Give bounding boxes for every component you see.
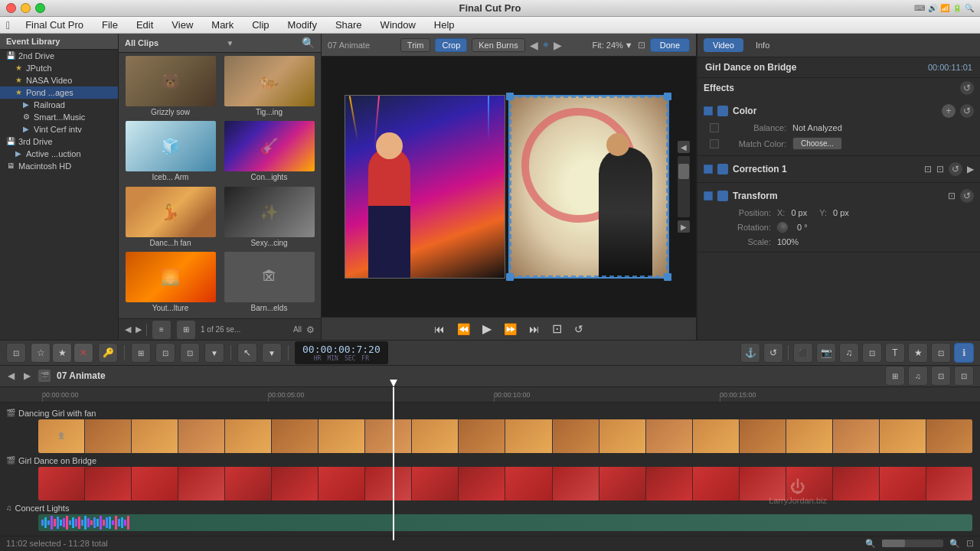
- correction1-play-btn[interactable]: ▶: [967, 164, 974, 174]
- timeline-back-btn[interactable]: ◀: [6, 369, 16, 383]
- maximize-button[interactable]: [35, 3, 45, 13]
- settings-icon[interactable]: ⚙: [306, 324, 315, 335]
- menu-help[interactable]: Help: [431, 19, 458, 31]
- connect-btn[interactable]: ⚓: [740, 343, 760, 363]
- inspector-tab-info[interactable]: Info: [746, 38, 779, 52]
- menu-view[interactable]: View: [168, 19, 196, 31]
- transform-reset-btn[interactable]: ↺: [960, 189, 974, 203]
- zoom-slider-track[interactable]: [882, 540, 943, 547]
- menu-mark[interactable]: Mark: [208, 19, 237, 31]
- zoom-slider-thumb[interactable]: [882, 540, 905, 547]
- library-item-vint[interactable]: ▶ Vint Cerf intv: [0, 123, 118, 135]
- transform-header[interactable]: Transform ⊡ ↺: [697, 186, 980, 206]
- preview-side-btn-1[interactable]: ◀: [678, 141, 690, 153]
- play-btn[interactable]: ▶: [136, 324, 142, 334]
- step-fwd-btn[interactable]: ⏩: [501, 321, 520, 337]
- fit-selector[interactable]: Fit: 24% ▼: [592, 41, 632, 50]
- correction1-icon2[interactable]: ⊡: [936, 164, 944, 174]
- library-item-smartmusic[interactable]: ⚙ Smart...Music: [0, 111, 118, 123]
- skip-back-btn[interactable]: ⏮: [431, 321, 448, 337]
- trim-btn[interactable]: ⊡: [155, 343, 175, 363]
- timeline-zoom-btn[interactable]: ⊡: [954, 366, 974, 386]
- rotation-knob[interactable]: [777, 222, 788, 233]
- music-btn[interactable]: ♫: [839, 343, 859, 363]
- source-clip-btn[interactable]: ⊡: [6, 343, 26, 363]
- timecode-display[interactable]: 00:00:00:7:20 HR MIN SEC FR: [295, 341, 388, 364]
- menu-window[interactable]: Window: [377, 19, 419, 31]
- color-add-btn[interactable]: +: [942, 104, 956, 118]
- library-item-macintosh[interactable]: 🖥 Macintosh HD: [0, 160, 118, 172]
- loop-btn[interactable]: ↺: [571, 321, 586, 337]
- step-back-btn[interactable]: ⏪: [454, 321, 473, 337]
- clip-iceberg[interactable]: 🧊 Iceb... Arm: [122, 121, 219, 184]
- track2-body[interactable]: [38, 467, 972, 500]
- video-clip-btn[interactable]: ⬛: [793, 343, 813, 363]
- menu-edit[interactable]: Edit: [133, 19, 156, 31]
- library-item-jputch[interactable]: ★ JPutch: [0, 62, 118, 74]
- crop-tool-btn[interactable]: Crop: [435, 38, 467, 52]
- title-btn[interactable]: T: [885, 343, 905, 363]
- play-btn-preview[interactable]: ▶: [479, 320, 495, 337]
- color-reset-btn[interactable]: ↺: [960, 104, 974, 118]
- clip-dancing[interactable]: 💃 Danc...h fan: [122, 187, 219, 250]
- timeline-fwd-btn[interactable]: ▶: [22, 369, 32, 383]
- clip-tiger[interactable]: 🐅 Tig...ing: [220, 56, 318, 119]
- inspector-tab-video[interactable]: Video: [704, 38, 743, 52]
- preview-scroll-thumb[interactable]: [678, 164, 689, 179]
- transform-checkbox[interactable]: [704, 191, 713, 201]
- correction1-icon1[interactable]: ⊡: [924, 164, 932, 174]
- prev-btn[interactable]: ◀: [125, 324, 131, 334]
- generator-btn[interactable]: ★: [908, 343, 928, 363]
- ken-burns-tool-btn[interactable]: Ken Burns: [472, 38, 524, 52]
- menu-file[interactable]: File: [99, 19, 121, 31]
- clip-concert[interactable]: 🎸 Con...ights: [220, 121, 318, 184]
- blade-tool-btn[interactable]: ▼: [262, 343, 282, 363]
- library-item-3rd-drive[interactable]: 💾 3rd Drive: [0, 135, 118, 148]
- correction1-checkbox[interactable]: [704, 165, 713, 174]
- library-item-active[interactable]: ▶ Active ...uction: [0, 148, 118, 160]
- menu-fcp[interactable]: Final Cut Pro: [22, 19, 87, 31]
- select-tool-btn[interactable]: ↖: [237, 343, 257, 363]
- undo-btn[interactable]: ↺: [763, 343, 783, 363]
- actions-btn[interactable]: ▼: [204, 343, 224, 363]
- minimize-button[interactable]: [21, 3, 31, 13]
- view-grid-btn[interactable]: ⊞: [176, 320, 196, 340]
- zoom-in-btn[interactable]: 🔍: [949, 539, 960, 549]
- prev-frame-btn[interactable]: ◀: [530, 39, 538, 51]
- rating-star-btn[interactable]: ☆: [31, 343, 51, 363]
- track3-body[interactable]: [38, 514, 972, 531]
- effects-collapse-btn[interactable]: ↺: [960, 81, 974, 95]
- inspector-btn[interactable]: ℹ: [954, 343, 974, 363]
- timeline-audio-btn[interactable]: ♫: [908, 366, 928, 386]
- close-button[interactable]: [6, 3, 16, 13]
- trim-tool-btn[interactable]: Trim: [400, 38, 431, 52]
- timeline-snap-btn[interactable]: ⊡: [931, 366, 951, 386]
- color-enable-checkbox[interactable]: [704, 106, 713, 116]
- match-checkbox[interactable]: [710, 139, 719, 148]
- choose-btn[interactable]: Choose...: [792, 137, 842, 150]
- menu-modify[interactable]: Modify: [285, 19, 320, 31]
- menu-share[interactable]: Share: [332, 19, 365, 31]
- clip-grizzly[interactable]: 🐻 Grizzly sow: [122, 56, 219, 119]
- skip-fwd-btn[interactable]: ⏭: [526, 321, 543, 337]
- keyword-btn[interactable]: 🔑: [98, 343, 118, 363]
- rating-reject-btn[interactable]: ✕: [74, 343, 93, 363]
- fullscreen-btn[interactable]: ⊡: [549, 320, 565, 337]
- clip-detail-btn[interactable]: ⊞: [131, 343, 151, 363]
- done-button[interactable]: Done: [650, 38, 690, 52]
- map-btn[interactable]: ⊡: [862, 343, 882, 363]
- effects-section-header[interactable]: Effects ↺: [697, 78, 980, 98]
- rating-fav-btn[interactable]: ★: [52, 343, 72, 363]
- apple-menu[interactable]: : [6, 19, 10, 31]
- photo-btn[interactable]: 📷: [816, 343, 836, 363]
- transform-icon[interactable]: ⌖: [543, 38, 549, 51]
- next-frame-btn[interactable]: ▶: [554, 39, 562, 51]
- correction1-header[interactable]: Correction 1 ⊡ ⊡ ↺ ▶: [697, 159, 980, 179]
- clip-barn[interactable]: 🏚 Barn...elds: [220, 252, 318, 315]
- library-item-pond[interactable]: ★ Pond ...ages: [0, 86, 118, 99]
- transform-icon1[interactable]: ⊡: [948, 191, 956, 201]
- zoom-icon[interactable]: 🔍: [865, 539, 876, 549]
- menu-clip[interactable]: Clip: [249, 19, 272, 31]
- color-section-header[interactable]: Color + ↺: [697, 101, 980, 121]
- correction1-undo-btn[interactable]: ↺: [949, 162, 962, 176]
